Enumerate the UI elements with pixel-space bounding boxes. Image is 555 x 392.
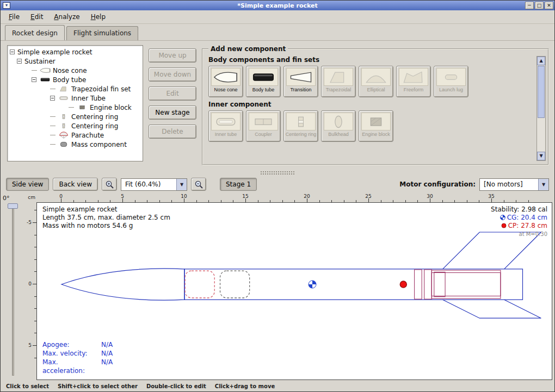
stage-1-toggle[interactable]: Stage 1 [220,178,257,191]
side-view-button[interactable]: Side view [6,178,49,191]
tree-item-body-tube[interactable]: Body tube [8,75,143,84]
tree-item-engine-block[interactable]: Engine block [8,103,143,112]
max-acceleration-value: N/A [101,358,113,375]
tree-item-parachute[interactable]: Parachute [8,130,143,140]
motor-configuration-select[interactable]: [No motors] ▼ [479,178,549,191]
minimize-button[interactable]: ─ [525,2,534,9]
chevron-down-icon[interactable]: ▼ [538,179,548,190]
menu-item[interactable]: Help [86,11,110,22]
tree-item-icon [39,76,51,83]
component-panel-scrollbar[interactable]: ▲ ▼ [536,56,546,161]
status-hint: Click to select [6,383,49,389]
rocket-info-block: Simple example rocket Length 37.5 cm, ma… [42,206,170,230]
mach-condition: at M=0.30 [491,230,547,238]
component-button-label: Inner tube [215,132,237,137]
rotation-slider-handle[interactable] [8,203,18,209]
move-down-button[interactable]: Move down [149,67,196,82]
edit-button[interactable]: Edit [149,86,196,101]
tree-expander-icon[interactable] [32,77,36,82]
add-centering-ring-button[interactable]: Centering ring [283,110,318,142]
move-up-button[interactable]: Move up [149,48,196,63]
tab-rocket-design[interactable]: Rocket design [5,25,65,41]
tree-expander-icon[interactable] [50,96,55,101]
add-body-tube-button[interactable]: Body tube [246,66,281,97]
lower-fin-outline[interactable] [443,300,541,318]
zoom-in-button[interactable] [102,178,117,191]
inner-component-group-title: Inner component [208,101,533,108]
close-button[interactable]: ✕ [545,2,553,9]
tree-item-label: Simple example rocket [17,48,92,56]
tree-item-icon [76,104,88,111]
add-inner-tube-button[interactable]: Inner tube [208,110,243,142]
cg-icon [500,215,505,220]
cp-value: CP: 27.8 cm [508,222,547,229]
splitter-grip-icon[interactable] [260,171,295,175]
tree-item-label: Body tube [53,76,86,84]
tree-item-label: Engine block [90,104,132,111]
component-button-label: Bulkhead [328,132,349,137]
back-view-button[interactable]: Back view [53,178,98,191]
component-button-label: Nose cone [214,88,237,92]
maximize-button[interactable]: □ [535,2,544,9]
tab-flight-simulations[interactable]: Flight simulations [66,26,138,40]
tree-item-centering-ring-2[interactable]: Centering ring [8,121,143,130]
delete-button[interactable]: Delete [149,125,196,139]
component-icon [249,68,278,86]
body-tube-outline[interactable] [184,269,523,300]
rotation-slider-track[interactable] [12,208,14,376]
chevron-down-icon[interactable]: ▼ [176,179,187,190]
component-button-label: Coupler [255,132,272,137]
menu-item[interactable]: File [4,11,24,22]
component-button-label: Trapezoidal [326,88,351,92]
add-elliptical-button[interactable]: Elliptical [359,66,393,97]
flight-data-block: Apogee: N/A Max. velocity: N/A Max. acce… [42,340,113,375]
add-coupler-button[interactable]: Coupler [246,110,281,142]
add-nose-cone-button[interactable]: Nose cone [208,66,243,97]
body-components-group-title: Body components and fin sets [208,56,533,64]
zoom-value: Fit (60.4%) [121,181,164,188]
inner-tube-outline [431,270,501,298]
rocket-canvas[interactable]: Simple example rocket Length 37.5 cm, ma… [36,202,552,380]
zoom-out-button[interactable] [191,178,206,191]
component-tree[interactable]: Simple example rocket Sustainer [7,45,143,161]
title-bar[interactable]: ▾ *Simple example rocket ─ □ ✕ [1,1,554,10]
tree-item-label: Centering ring [71,122,118,130]
parachute-outline[interactable] [185,271,214,298]
add-engine-block-button[interactable]: Engine block [359,110,393,142]
menu-item[interactable]: Analyze [49,11,84,22]
scrollbar-thumb[interactable] [538,66,545,118]
motor-mount-group[interactable] [415,270,501,299]
scroll-down-icon[interactable]: ▼ [537,152,545,160]
scroll-up-icon[interactable]: ▲ [537,57,545,65]
tree-item-inner-tube[interactable]: Inner Tube [8,94,143,103]
tree-item-icon [58,113,70,120]
tree-item-centering-ring-1[interactable]: Centering ring [8,112,143,121]
zoom-select[interactable]: Fit (60.4%) ▼ [121,178,187,191]
add-bulkhead-button[interactable]: Bulkhead [321,110,356,142]
menu-item[interactable]: Edit [26,11,48,22]
tree-item-label: Sustainer [24,58,55,65]
tree-item-nose-cone[interactable]: Nose cone [8,66,143,75]
mass-component-outline[interactable] [220,271,250,298]
rocket-dimensions: Length 37.5 cm, max. diameter 2.5 cm [42,214,170,222]
component-button-label: Launch lug [439,88,463,92]
add-launch-lug-button[interactable]: Launch lug [434,66,468,97]
panel-splitter[interactable] [1,170,554,175]
add-freeform-button[interactable]: Freeform [396,66,431,97]
component-button-label: Body tube [252,88,275,92]
add-trapezoidal-button[interactable]: Trapezoidal [321,66,356,97]
rocket-design-panel: Simple example rocket Sustainer [1,40,554,170]
tree-expander-icon[interactable] [17,59,22,64]
new-stage-button[interactable]: New stage [149,105,196,120]
max-acceleration-label: Max. acceleration: [42,358,101,375]
tree-item-label: Centering ring [71,113,118,121]
tree-item-fin-set[interactable]: Trapezoidal fin set [8,84,143,94]
add-transition-button[interactable]: Transition [283,66,318,97]
tree-item-rocket[interactable]: Simple example rocket [8,47,143,57]
nose-cone-outline[interactable] [61,269,184,300]
tab-row: Rocket design Flight simulations [1,24,554,40]
tree-item-icon [39,67,51,74]
tree-item-mass-component[interactable]: Mass component [8,140,143,149]
tree-item-sustainer[interactable]: Sustainer [8,57,143,66]
tree-expander-icon[interactable] [10,49,15,54]
